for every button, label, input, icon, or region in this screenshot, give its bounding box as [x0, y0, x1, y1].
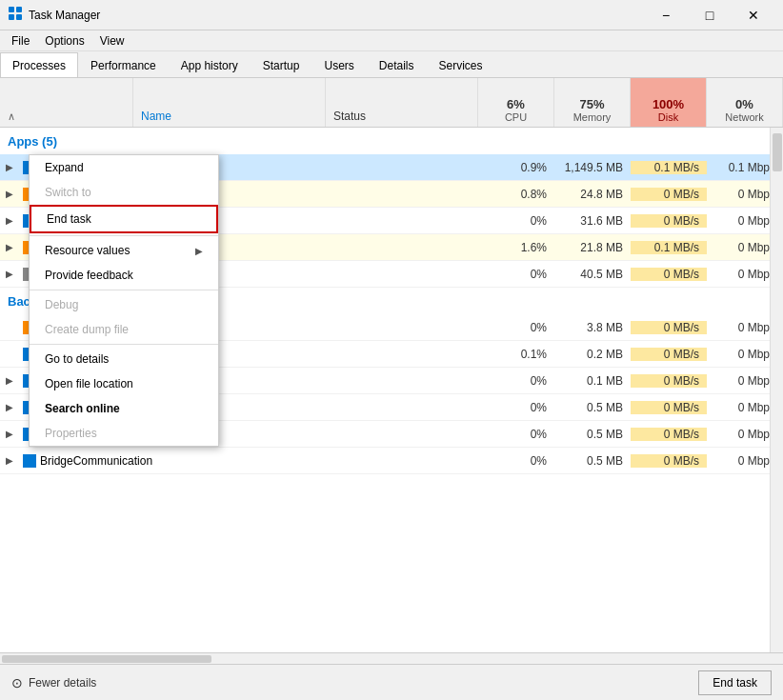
svg-rect-1: [16, 7, 22, 12]
row-cpu-cell: 0%: [478, 321, 554, 334]
table-row[interactable]: ▶ BridgeCommunication 0% 0.5 MB 0 MB/s 0…: [0, 448, 783, 474]
row-disk-cell: 0 MB/s: [631, 454, 707, 468]
col-cpu-header[interactable]: 6% CPU: [478, 78, 554, 127]
tab-startup[interactable]: Startup: [251, 52, 312, 77]
h-scrollbar-thumb[interactable]: [2, 655, 211, 663]
row-disk-cell: 0 MB/s: [631, 401, 707, 414]
menu-file[interactable]: File: [4, 32, 37, 50]
row-cpu-cell: 0.8%: [478, 188, 554, 201]
row-memory-cell: 21.8 MB: [554, 241, 631, 254]
bottom-bar: ⊙ Fewer details End task: [0, 664, 783, 700]
horizontal-scrollbar[interactable]: [0, 652, 783, 664]
ctx-search-online[interactable]: Search online: [30, 396, 218, 421]
row-expand-icon[interactable]: ▶: [0, 455, 19, 466]
col-network-header[interactable]: 0% Network: [707, 78, 783, 127]
row-expand-icon[interactable]: ▶: [0, 242, 19, 252]
window-title: Task Manager: [29, 9, 644, 22]
row-disk-cell: 0 MB/s: [631, 374, 707, 388]
row-memory-cell: 0.5 MB: [554, 401, 631, 414]
row-expand-icon[interactable]: ▶: [0, 215, 19, 226]
fewer-details-button[interactable]: ⊙ Fewer details: [11, 675, 96, 690]
row-memory-cell: 24.8 MB: [554, 188, 631, 201]
row-disk-cell: 0 MB/s: [631, 321, 707, 334]
row-memory-cell: 0.5 MB: [554, 454, 631, 468]
row-memory-cell: 0.1 MB: [554, 374, 631, 388]
row-expand-icon[interactable]: ▶: [0, 189, 19, 199]
ctx-open-file[interactable]: Open file location: [30, 371, 218, 396]
row-memory-cell: 0.5 MB: [554, 428, 631, 441]
apps-section-header: Apps (5): [0, 128, 783, 154]
menu-options[interactable]: Options: [37, 32, 91, 50]
row-memory-cell: 0.2 MB: [554, 348, 631, 361]
row-expand-icon[interactable]: ▶: [0, 429, 19, 439]
tab-bar: Processes Performance App history Startu…: [0, 51, 783, 78]
ctx-arrow-icon: ▶: [195, 246, 203, 256]
main-content: ∧ Name Status 6% CPU 75% Memory 100% Dis…: [0, 78, 783, 664]
col-memory-header[interactable]: 75% Memory: [554, 78, 631, 127]
ctx-create-dump: Create dump file: [30, 317, 218, 342]
tab-performance[interactable]: Performance: [78, 52, 169, 77]
table-body: Apps (5) ▶ C 0.9% 1,149.5 MB 0.1 MB/s 0.…: [0, 128, 783, 652]
tab-processes[interactable]: Processes: [0, 52, 78, 77]
row-disk-cell: 0.1 MB/s: [631, 161, 707, 174]
row-memory-cell: 3.8 MB: [554, 321, 631, 334]
tab-services[interactable]: Services: [427, 52, 495, 77]
app-icon: [8, 6, 23, 24]
row-expand-icon[interactable]: ▶: [0, 162, 19, 172]
col-disk-header[interactable]: 100% Disk: [631, 78, 707, 127]
end-task-button[interactable]: End task: [698, 670, 772, 695]
row-expand-icon[interactable]: ▶: [0, 269, 19, 279]
row-app-icon: [23, 454, 36, 468]
svg-rect-3: [16, 14, 22, 20]
row-cpu-cell: 1.6%: [478, 241, 554, 254]
row-disk-cell: 0 MB/s: [631, 348, 707, 361]
col-status-header[interactable]: Status: [326, 78, 478, 127]
sort-arrow[interactable]: ∧: [0, 78, 133, 127]
row-cpu-cell: 0%: [478, 454, 554, 468]
vertical-scrollbar[interactable]: [770, 128, 783, 652]
row-expand-icon[interactable]: ▶: [0, 402, 19, 412]
menu-bar: File Options View: [0, 30, 783, 51]
ctx-resource-values[interactable]: Resource values ▶: [30, 238, 218, 263]
col-name-header[interactable]: Name: [133, 78, 326, 127]
row-disk-cell: 0 MB/s: [631, 214, 707, 228]
row-cpu-cell: 0%: [478, 428, 554, 441]
close-button[interactable]: ✕: [732, 0, 775, 30]
ctx-provide-feedback[interactable]: Provide feedback: [30, 263, 218, 288]
title-bar: Task Manager − □ ✕: [0, 0, 783, 30]
row-cpu-cell: 0%: [478, 401, 554, 414]
ctx-switch-to: Switch to: [30, 180, 218, 205]
window-controls: − □ ✕: [644, 0, 775, 30]
row-disk-cell: 0 MB/s: [631, 268, 707, 281]
row-memory-cell: 1,149.5 MB: [554, 161, 631, 174]
tab-details[interactable]: Details: [367, 52, 427, 77]
ctx-debug: Debug: [30, 292, 218, 317]
ctx-separator-3: [30, 344, 218, 345]
row-disk-cell: 0.1 MB/s: [631, 241, 707, 254]
row-cpu-cell: 0.9%: [478, 161, 554, 174]
fewer-details-icon: ⊙: [11, 675, 23, 690]
minimize-button[interactable]: −: [644, 0, 688, 30]
menu-view[interactable]: View: [92, 32, 132, 50]
row-memory-cell: 40.5 MB: [554, 268, 631, 281]
scrollbar-thumb[interactable]: [773, 133, 782, 171]
row-name-cell: BridgeCommunication: [19, 454, 326, 468]
ctx-properties: Properties: [30, 421, 218, 446]
tab-users[interactable]: Users: [311, 52, 366, 77]
row-expand-icon[interactable]: ▶: [0, 375, 19, 386]
row-cpu-cell: 0.1%: [478, 348, 554, 361]
column-headers: ∧ Name Status 6% CPU 75% Memory 100% Dis…: [0, 78, 783, 128]
ctx-expand[interactable]: Expand: [30, 155, 218, 180]
row-disk-cell: 0 MB/s: [631, 188, 707, 201]
row-memory-cell: 31.6 MB: [554, 214, 631, 228]
row-disk-cell: 0 MB/s: [631, 428, 707, 441]
maximize-button[interactable]: □: [688, 0, 732, 30]
row-cpu-cell: 0%: [478, 268, 554, 281]
ctx-separator-1: [30, 235, 218, 236]
ctx-end-task[interactable]: End task: [30, 205, 218, 233]
ctx-separator-2: [30, 290, 218, 290]
ctx-go-to-details[interactable]: Go to details: [30, 347, 218, 371]
svg-rect-2: [9, 14, 14, 20]
context-menu: Expand Switch to End task Resource value…: [29, 154, 219, 447]
tab-app-history[interactable]: App history: [169, 52, 251, 77]
